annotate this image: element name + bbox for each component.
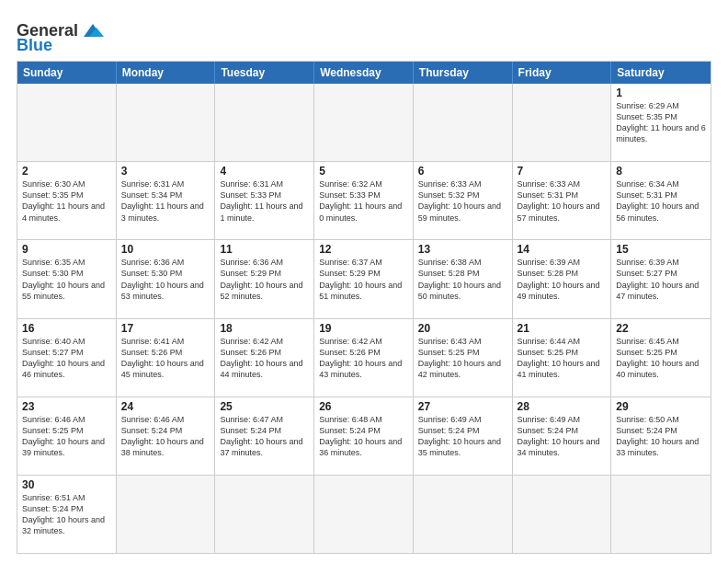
header-day-sunday: Sunday <box>17 62 117 84</box>
day-number: 18 <box>220 322 309 335</box>
day-info: Sunrise: 6:45 AMSunset: 5:25 PMDaylight:… <box>616 336 706 381</box>
day-info: Sunrise: 6:31 AMSunset: 5:34 PMDaylight:… <box>121 178 210 224</box>
day-number: 17 <box>121 322 210 335</box>
calendar-row-4: 16Sunrise: 6:40 AMSunset: 5:27 PMDayligh… <box>17 318 711 396</box>
empty-cell <box>117 84 216 161</box>
day-cell-7: 7Sunrise: 6:33 AMSunset: 5:31 PMDaylight… <box>513 162 612 239</box>
day-info: Sunrise: 6:50 AMSunset: 5:24 PMDaylight:… <box>616 414 706 459</box>
day-number: 20 <box>418 322 507 335</box>
header: General Blue <box>17 17 711 53</box>
day-cell-20: 20Sunrise: 6:43 AMSunset: 5:25 PMDayligh… <box>414 319 513 396</box>
logo: General Blue <box>17 20 106 53</box>
day-info: Sunrise: 6:33 AMSunset: 5:32 PMDaylight:… <box>418 178 507 224</box>
day-info: Sunrise: 6:33 AMSunset: 5:31 PMDaylight:… <box>518 178 607 224</box>
day-info: Sunrise: 6:30 AMSunset: 5:35 PMDaylight:… <box>22 178 111 224</box>
day-info: Sunrise: 6:39 AMSunset: 5:27 PMDaylight:… <box>616 257 706 302</box>
day-number: 3 <box>121 165 210 178</box>
header-day-wednesday: Wednesday <box>314 62 414 84</box>
calendar: SundayMondayTuesdayWednesdayThursdayFrid… <box>17 61 711 554</box>
day-number: 22 <box>616 322 706 335</box>
empty-cell <box>314 476 414 553</box>
day-info: Sunrise: 6:36 AMSunset: 5:29 PMDaylight:… <box>220 257 309 302</box>
day-info: Sunrise: 6:47 AMSunset: 5:24 PMDaylight:… <box>220 414 309 459</box>
day-info: Sunrise: 6:44 AMSunset: 5:25 PMDaylight:… <box>518 336 607 381</box>
day-number: 13 <box>418 243 507 256</box>
empty-cell <box>611 476 711 553</box>
day-info: Sunrise: 6:34 AMSunset: 5:31 PMDaylight:… <box>616 178 706 224</box>
calendar-body: 1Sunrise: 6:29 AMSunset: 5:35 PMDaylight… <box>17 84 711 553</box>
day-info: Sunrise: 6:39 AMSunset: 5:28 PMDaylight:… <box>518 257 607 302</box>
day-cell-12: 12Sunrise: 6:37 AMSunset: 5:29 PMDayligh… <box>314 240 414 317</box>
day-cell-29: 29Sunrise: 6:50 AMSunset: 5:24 PMDayligh… <box>611 397 711 475</box>
day-number: 9 <box>22 243 111 256</box>
empty-cell <box>117 476 216 553</box>
day-info: Sunrise: 6:46 AMSunset: 5:25 PMDaylight:… <box>22 414 111 459</box>
day-cell-10: 10Sunrise: 6:36 AMSunset: 5:30 PMDayligh… <box>117 240 216 317</box>
day-cell-5: 5Sunrise: 6:32 AMSunset: 5:33 PMDaylight… <box>314 162 414 239</box>
day-info: Sunrise: 6:32 AMSunset: 5:33 PMDaylight:… <box>319 178 408 224</box>
day-cell-19: 19Sunrise: 6:42 AMSunset: 5:26 PMDayligh… <box>314 319 414 396</box>
day-number: 23 <box>22 400 111 413</box>
day-info: Sunrise: 6:31 AMSunset: 5:33 PMDaylight:… <box>220 178 309 224</box>
day-number: 25 <box>220 400 309 413</box>
day-cell-3: 3Sunrise: 6:31 AMSunset: 5:34 PMDaylight… <box>117 162 216 239</box>
day-cell-4: 4Sunrise: 6:31 AMSunset: 5:33 PMDaylight… <box>215 162 314 239</box>
day-info: Sunrise: 6:51 AMSunset: 5:24 PMDaylight:… <box>22 492 111 537</box>
day-cell-1: 1Sunrise: 6:29 AMSunset: 5:35 PMDaylight… <box>611 84 711 161</box>
day-cell-17: 17Sunrise: 6:41 AMSunset: 5:26 PMDayligh… <box>117 319 216 396</box>
calendar-row-5: 23Sunrise: 6:46 AMSunset: 5:25 PMDayligh… <box>17 396 711 475</box>
day-number: 26 <box>319 400 408 413</box>
day-cell-16: 16Sunrise: 6:40 AMSunset: 5:27 PMDayligh… <box>17 319 117 396</box>
day-info: Sunrise: 6:48 AMSunset: 5:24 PMDaylight:… <box>319 414 408 459</box>
day-info: Sunrise: 6:49 AMSunset: 5:24 PMDaylight:… <box>518 414 607 459</box>
day-cell-6: 6Sunrise: 6:33 AMSunset: 5:32 PMDaylight… <box>414 162 513 239</box>
day-number: 28 <box>518 400 607 413</box>
day-number: 7 <box>518 165 607 178</box>
day-number: 12 <box>319 243 408 256</box>
day-info: Sunrise: 6:36 AMSunset: 5:30 PMDaylight:… <box>121 257 210 302</box>
day-number: 29 <box>616 400 706 413</box>
day-number: 21 <box>518 322 607 335</box>
day-cell-11: 11Sunrise: 6:36 AMSunset: 5:29 PMDayligh… <box>215 240 314 317</box>
day-number: 27 <box>418 400 507 413</box>
day-info: Sunrise: 6:35 AMSunset: 5:30 PMDaylight:… <box>22 257 111 302</box>
empty-cell <box>513 476 612 553</box>
day-number: 30 <box>22 478 111 491</box>
day-number: 5 <box>319 165 408 178</box>
empty-cell <box>314 84 414 161</box>
header-day-friday: Friday <box>513 62 612 84</box>
day-cell-18: 18Sunrise: 6:42 AMSunset: 5:26 PMDayligh… <box>215 319 314 396</box>
calendar-header: SundayMondayTuesdayWednesdayThursdayFrid… <box>17 62 711 84</box>
day-number: 10 <box>121 243 210 256</box>
day-cell-24: 24Sunrise: 6:46 AMSunset: 5:24 PMDayligh… <box>117 397 216 475</box>
day-info: Sunrise: 6:41 AMSunset: 5:26 PMDaylight:… <box>121 336 210 381</box>
day-number: 16 <box>22 322 111 335</box>
day-info: Sunrise: 6:49 AMSunset: 5:24 PMDaylight:… <box>418 414 507 459</box>
day-cell-22: 22Sunrise: 6:45 AMSunset: 5:25 PMDayligh… <box>611 319 711 396</box>
empty-cell <box>17 84 117 161</box>
day-cell-14: 14Sunrise: 6:39 AMSunset: 5:28 PMDayligh… <box>513 240 612 317</box>
header-day-monday: Monday <box>117 62 216 84</box>
calendar-row-1: 1Sunrise: 6:29 AMSunset: 5:35 PMDaylight… <box>17 84 711 161</box>
day-cell-13: 13Sunrise: 6:38 AMSunset: 5:28 PMDayligh… <box>414 240 513 317</box>
day-info: Sunrise: 6:37 AMSunset: 5:29 PMDaylight:… <box>319 257 408 302</box>
header-day-thursday: Thursday <box>414 62 513 84</box>
empty-cell <box>215 84 314 161</box>
logo-icon <box>80 20 106 40</box>
day-number: 11 <box>220 243 309 256</box>
day-cell-9: 9Sunrise: 6:35 AMSunset: 5:30 PMDaylight… <box>17 240 117 317</box>
day-cell-2: 2Sunrise: 6:30 AMSunset: 5:35 PMDaylight… <box>17 162 117 239</box>
calendar-row-3: 9Sunrise: 6:35 AMSunset: 5:30 PMDaylight… <box>17 239 711 317</box>
day-number: 24 <box>121 400 210 413</box>
day-info: Sunrise: 6:43 AMSunset: 5:25 PMDaylight:… <box>418 336 507 381</box>
day-cell-21: 21Sunrise: 6:44 AMSunset: 5:25 PMDayligh… <box>513 319 612 396</box>
day-cell-27: 27Sunrise: 6:49 AMSunset: 5:24 PMDayligh… <box>414 397 513 475</box>
day-number: 19 <box>319 322 408 335</box>
day-number: 8 <box>616 165 706 178</box>
header-day-tuesday: Tuesday <box>215 62 314 84</box>
day-cell-23: 23Sunrise: 6:46 AMSunset: 5:25 PMDayligh… <box>17 397 117 475</box>
day-cell-25: 25Sunrise: 6:47 AMSunset: 5:24 PMDayligh… <box>215 397 314 475</box>
empty-cell <box>215 476 314 553</box>
day-cell-15: 15Sunrise: 6:39 AMSunset: 5:27 PMDayligh… <box>611 240 711 317</box>
day-cell-30: 30Sunrise: 6:51 AMSunset: 5:24 PMDayligh… <box>17 476 117 553</box>
